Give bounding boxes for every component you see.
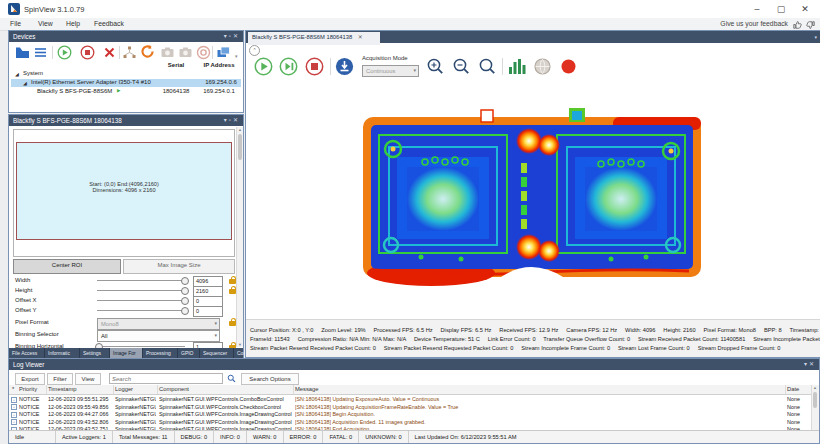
center-roi-button[interactable]: Center ROI bbox=[13, 259, 121, 274]
menu-file[interactable]: File bbox=[10, 20, 21, 27]
filter-button[interactable]: Filter bbox=[47, 373, 73, 385]
width-lock-icon[interactable] bbox=[229, 279, 236, 284]
expander-icon[interactable]: ◢ bbox=[15, 71, 19, 77]
tree-node-adapter[interactable]: ◢ Intel(R) Ethernet Server Adapter I350-… bbox=[11, 79, 241, 88]
col-timestamp[interactable]: Timestamp bbox=[48, 386, 76, 392]
search-icon[interactable] bbox=[227, 374, 236, 383]
col-message[interactable]: Message bbox=[295, 386, 319, 392]
pixel-format-dropdown[interactable]: Mono8 ▾ bbox=[97, 318, 220, 330]
binning-selector-label: Binning Selector bbox=[15, 331, 59, 337]
scroll-up-icon[interactable]: ▲ bbox=[812, 385, 818, 390]
camera-panel-close-icon[interactable]: ✕ bbox=[233, 117, 240, 123]
camera-snapshot-icon[interactable] bbox=[160, 45, 175, 60]
col-component[interactable]: Component bbox=[159, 386, 189, 392]
binning-horizontal-slider[interactable] bbox=[97, 346, 185, 347]
network-topology-icon[interactable] bbox=[122, 45, 137, 60]
binning-selector-dropdown[interactable]: All ▾ bbox=[97, 330, 220, 342]
acquisition-mode-dropdown[interactable]: Continuous ▾ bbox=[362, 65, 419, 77]
camera-burst-icon[interactable] bbox=[196, 45, 211, 60]
log-close-icon[interactable]: ✕ bbox=[809, 361, 816, 367]
offset-x-slider[interactable] bbox=[97, 300, 185, 301]
roi-dimensions-text: Dimensions: 4096 x 2160 bbox=[17, 187, 231, 193]
tree-node-camera[interactable]: Blackfly S BFS-PGE-88S6M ▶ 18064138 169.… bbox=[9, 88, 241, 96]
histogram-icon[interactable] bbox=[507, 57, 526, 76]
column-serial: Serial bbox=[161, 62, 191, 68]
offset-y-row: Offset Y 0 bbox=[9, 306, 241, 315]
col-priority[interactable]: Priority bbox=[19, 386, 45, 392]
toolbar-separator bbox=[502, 58, 503, 75]
start-stream-icon[interactable] bbox=[254, 57, 273, 76]
last-updated: Last Updated On: 6/12/2023 9:55:51 AM bbox=[409, 431, 523, 443]
close-button[interactable]: ✕ bbox=[794, 3, 816, 15]
stream-tab[interactable]: Blackfly S BFS-PGE-88S6M 18064138 ✕ bbox=[248, 32, 380, 45]
menu-view[interactable]: View bbox=[38, 20, 53, 27]
view-button[interactable]: View bbox=[75, 373, 101, 385]
start-acquisition-icon[interactable] bbox=[57, 45, 72, 60]
offset-y-slider[interactable] bbox=[97, 310, 185, 311]
save-image-icon[interactable] bbox=[335, 57, 354, 76]
pixel-format-lock-icon[interactable] bbox=[229, 321, 236, 326]
app-icon bbox=[8, 3, 20, 15]
roi-preview-box[interactable]: Start: (0,0) End:(4096,2160) Dimensions:… bbox=[13, 129, 235, 257]
maximize-button[interactable]: ▢ bbox=[770, 3, 792, 15]
devices-panel-header: Devices ▾▫✕ bbox=[9, 31, 243, 42]
offset-y-slider-thumb[interactable] bbox=[181, 307, 189, 315]
col-expander[interactable]: * bbox=[12, 386, 14, 392]
height-row: Height 2160 bbox=[9, 286, 241, 295]
minimize-button[interactable]: – bbox=[746, 3, 768, 15]
thumbs-up-icon[interactable] bbox=[793, 20, 802, 29]
tabbar-overflow-icon[interactable]: ▾ bbox=[814, 34, 817, 40]
zoom-in-icon[interactable] bbox=[426, 57, 445, 76]
height-slider-thumb[interactable] bbox=[181, 287, 189, 295]
max-image-size-button[interactable]: Max Image Size bbox=[123, 259, 235, 274]
device-windows-icon[interactable] bbox=[216, 45, 231, 60]
camera-save-icon[interactable] bbox=[178, 45, 193, 60]
export-button[interactable]: Export bbox=[15, 373, 45, 385]
organize-devices-icon[interactable] bbox=[15, 45, 30, 60]
gev-settings-icon[interactable] bbox=[533, 57, 552, 76]
scroll-down-icon[interactable]: ▼ bbox=[237, 342, 243, 347]
col-date[interactable]: Date bbox=[787, 386, 799, 392]
offset-y-input[interactable]: 0 bbox=[193, 306, 223, 317]
roi-region[interactable]: Start: (0,0) End:(4096,2160) Dimensions:… bbox=[16, 142, 232, 240]
stream-tab-bar: Blackfly S BFS-PGE-88S6M 18064138 ✕ ▾ bbox=[246, 31, 820, 43]
row-priority: NOTICE bbox=[19, 396, 45, 402]
image-canvas[interactable] bbox=[247, 78, 819, 319]
collapse-toolbar-icon[interactable]: ⌃ bbox=[249, 45, 260, 56]
refresh-devices-icon[interactable] bbox=[140, 44, 155, 59]
streaming-indicator-icon: ▶ bbox=[117, 88, 120, 93]
height-slider[interactable] bbox=[97, 290, 185, 291]
thumbs-down-icon[interactable] bbox=[806, 21, 815, 30]
devices-close-icon[interactable]: ✕ bbox=[233, 33, 240, 39]
col-logger[interactable]: Logger bbox=[115, 386, 133, 392]
toolbar-overflow-icon[interactable]: ▾ bbox=[235, 53, 238, 59]
log-viewer-panel: Log Viewer ▾✕ Export Filter View Search … bbox=[8, 358, 820, 444]
camera-panel-scrollbar[interactable]: ▲ ▼ bbox=[236, 127, 243, 347]
offset-x-row: Offset X 0 bbox=[9, 296, 241, 305]
offset-x-slider-thumb[interactable] bbox=[181, 297, 189, 305]
zoom-out-icon[interactable] bbox=[452, 57, 471, 76]
stop-stream-icon[interactable] bbox=[305, 57, 324, 76]
device-list-icon[interactable] bbox=[33, 45, 48, 60]
search-input[interactable] bbox=[109, 373, 223, 384]
search-options-button[interactable]: Search Options bbox=[241, 373, 299, 385]
window-title: SpinView 3.1.0.79 bbox=[24, 5, 84, 14]
pixel-format-row: Pixel Format Mono8 ▾ bbox=[9, 318, 241, 328]
width-slider[interactable] bbox=[97, 280, 185, 281]
log-scrollbar[interactable]: ▲ ▼ bbox=[811, 385, 819, 435]
record-icon[interactable] bbox=[561, 59, 576, 74]
height-lock-icon[interactable] bbox=[229, 289, 236, 294]
zoom-fit-icon[interactable] bbox=[478, 57, 497, 76]
menu-help[interactable]: Help bbox=[66, 20, 80, 27]
menu-feedback[interactable]: Feedback bbox=[94, 20, 124, 27]
stop-acquisition-icon[interactable] bbox=[80, 45, 95, 60]
tree-node-system[interactable]: ◢ System bbox=[9, 70, 241, 78]
width-slider-thumb[interactable] bbox=[181, 277, 189, 285]
expander-icon[interactable]: ◢ bbox=[23, 80, 27, 86]
tab-close-icon[interactable]: ✕ bbox=[358, 34, 363, 40]
scrollbar-thumb[interactable] bbox=[813, 392, 817, 408]
play-pause-stream-icon[interactable] bbox=[279, 57, 298, 76]
remove-device-icon[interactable] bbox=[102, 45, 117, 60]
scrollbar-thumb[interactable] bbox=[238, 134, 242, 160]
scroll-up-icon[interactable]: ▲ bbox=[237, 127, 243, 132]
